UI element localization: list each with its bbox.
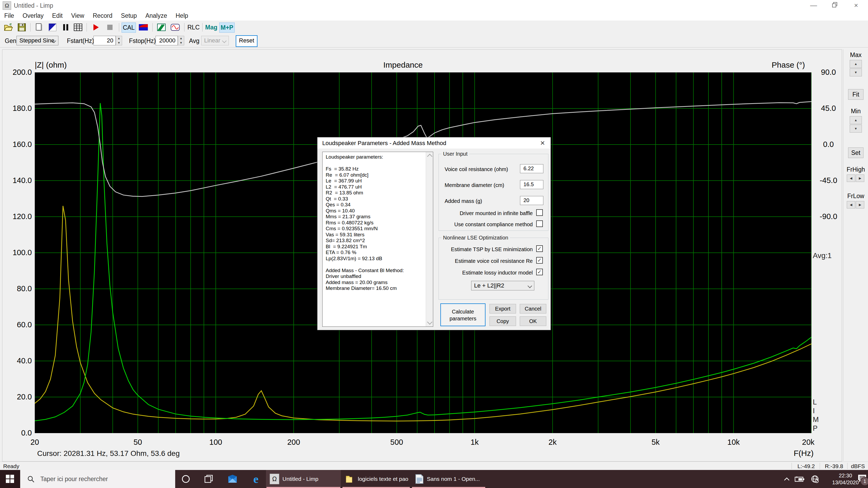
restore-icon — [832, 2, 838, 8]
play-icon — [92, 24, 100, 31]
taskbar-app-limp[interactable]: Ω Untitled - Limp — [266, 470, 341, 488]
generator-type-select[interactable]: Stepped Sine — [17, 36, 58, 45]
save-button[interactable] — [17, 23, 27, 32]
taskbar-app-openoffice[interactable]: Sans nom 1 - Open... — [411, 470, 486, 488]
stop-button[interactable] — [104, 23, 116, 32]
menu-help[interactable]: Help — [171, 11, 192, 21]
record-play-button[interactable] — [90, 23, 102, 32]
fstart-spinner[interactable]: ▲▼ — [116, 36, 122, 45]
writer-document-icon — [415, 474, 424, 484]
fit-button[interactable]: Fit — [848, 89, 864, 100]
max-down-button[interactable]: ▼ — [850, 68, 862, 76]
magnitude-phase-button[interactable]: M+P — [219, 23, 235, 33]
frlow-left-button[interactable]: ◀ — [847, 201, 855, 208]
dialog-close-button[interactable]: × — [537, 137, 549, 149]
estimate-tsp-checkbox[interactable]: ✓ — [536, 245, 543, 252]
menu-overlay[interactable]: Overlay — [18, 11, 48, 21]
fstop-input[interactable]: 20000 — [156, 36, 178, 45]
sine-generator-button[interactable] — [169, 23, 181, 32]
scroll-up-icon[interactable] — [427, 154, 432, 159]
min-down-button[interactable]: ▼ — [850, 125, 862, 133]
generator-level-icon — [139, 24, 148, 31]
notification-center-button[interactable]: 1 — [856, 470, 868, 488]
cancel-button[interactable]: Cancel — [520, 304, 546, 314]
start-button[interactable] — [0, 470, 20, 488]
rlc-button[interactable]: RLC — [186, 23, 201, 32]
voice-coil-input[interactable]: 6.22 — [520, 164, 544, 173]
menubar: FileOverlayEditViewRecordSetupAnalyzeHel… — [0, 11, 868, 21]
open-file-button[interactable] — [3, 23, 14, 32]
frlow-right-button[interactable]: ▶ — [856, 201, 864, 208]
fstop-label: Fstop(Hz) — [129, 37, 156, 44]
frlow-label: FrLow — [843, 193, 868, 200]
cortana-button[interactable] — [176, 470, 195, 488]
menu-view[interactable]: View — [67, 11, 88, 21]
spectrum-button[interactable] — [156, 23, 167, 32]
menu-record[interactable]: Record — [88, 11, 117, 21]
menu-analyze[interactable]: Analyze — [141, 11, 172, 21]
pause-button[interactable] — [61, 23, 71, 32]
frhigh-label: FrHigh — [843, 166, 868, 173]
parameters-scrollbar[interactable] — [426, 152, 433, 326]
set-button[interactable]: Set — [848, 148, 864, 158]
min-up-button[interactable]: ▲ — [850, 116, 862, 124]
copy-button[interactable]: Copy — [490, 316, 516, 326]
taskbar-app-folder[interactable]: logiciels texte et pao — [342, 470, 410, 488]
scroll-down-icon[interactable] — [427, 319, 432, 325]
tray-expand-button[interactable] — [781, 470, 793, 488]
estimate-re-checkbox[interactable]: ✓ — [536, 257, 543, 264]
restore-button[interactable] — [826, 0, 844, 11]
status-separator — [792, 463, 792, 469]
overlay-pen-button[interactable] — [47, 23, 58, 32]
right-level: R:-39.8 — [822, 463, 846, 469]
nlse-group: Nonlinear LSE Optimization Estimate TSP … — [438, 238, 549, 300]
constant-compliance-checkbox[interactable] — [536, 220, 543, 227]
dialog-title: Loudspeaker Parameters - Added Mass Meth… — [322, 140, 446, 147]
edge-browser-button[interactable]: e — [246, 470, 266, 488]
export-button[interactable]: Export — [490, 304, 516, 314]
tray-clock[interactable]: 22:30 13/04/2020 — [831, 472, 860, 486]
dialog-titlebar[interactable]: Loudspeaker Parameters - Added Mass Meth… — [317, 137, 551, 149]
mail-app-button[interactable] — [223, 470, 242, 488]
reset-button[interactable]: Reset — [236, 35, 257, 47]
windows-logo-icon — [6, 475, 14, 483]
tray-battery[interactable] — [793, 470, 806, 488]
frhigh-right-button[interactable]: ▶ — [856, 174, 864, 182]
taskbar-app-label: logiciels texte et pao — [358, 476, 408, 482]
fstop-spinner[interactable]: ▲▼ — [178, 36, 184, 45]
calibrate-button[interactable]: CAL — [122, 23, 136, 33]
menu-setup[interactable]: Setup — [117, 11, 141, 21]
infinite-baffle-label: Driver mounted in infinite baffle — [460, 210, 533, 217]
membrane-diameter-input[interactable]: 16.5 — [520, 180, 544, 189]
constant-compliance-label: Use constant compliance method — [454, 222, 533, 228]
new-document-button[interactable] — [34, 23, 44, 32]
chevron-down-icon — [222, 39, 227, 43]
screen: Ω Untitled - Limp — × FileOverlayEditVie… — [0, 0, 868, 488]
toolbar: CAL RLC Mag — [0, 21, 868, 34]
menu-edit[interactable]: Edit — [48, 11, 67, 21]
minimize-button[interactable]: — — [804, 0, 823, 11]
open-app-indicator — [412, 487, 485, 488]
frhigh-left-button[interactable]: ◀ — [847, 174, 855, 182]
save-floppy-icon — [18, 23, 26, 31]
added-mass-input[interactable]: 20 — [520, 196, 544, 205]
toolbar-separator — [119, 23, 119, 32]
max-label: Max — [843, 52, 868, 59]
parameters-textbox[interactable]: Loudspeaker parameters: Fs = 35.82 Hz Re… — [322, 152, 433, 327]
taskbar-app-label: Untitled - Limp — [282, 476, 318, 482]
data-table-button[interactable] — [72, 23, 84, 32]
max-up-button[interactable]: ▲ — [850, 60, 862, 68]
inductor-model-select[interactable]: Le + L2||R2 — [471, 281, 534, 290]
magnitude-button[interactable]: Mag — [205, 23, 218, 32]
tray-network[interactable] — [807, 470, 823, 488]
fstart-input[interactable]: 20 — [93, 36, 116, 45]
generator-level-button[interactable] — [137, 23, 149, 32]
estimate-lossy-checkbox[interactable]: ✓ — [536, 269, 543, 275]
menu-file[interactable]: File — [0, 11, 18, 21]
infinite-baffle-checkbox[interactable] — [536, 209, 543, 216]
ok-button[interactable]: OK — [520, 316, 546, 326]
task-view-button[interactable] — [199, 470, 218, 488]
taskbar-search[interactable]: Taper ici pour rechercher — [20, 470, 175, 488]
close-button[interactable]: × — [847, 0, 865, 11]
calculate-parameters-button[interactable]: Calculate parameters — [440, 303, 486, 326]
